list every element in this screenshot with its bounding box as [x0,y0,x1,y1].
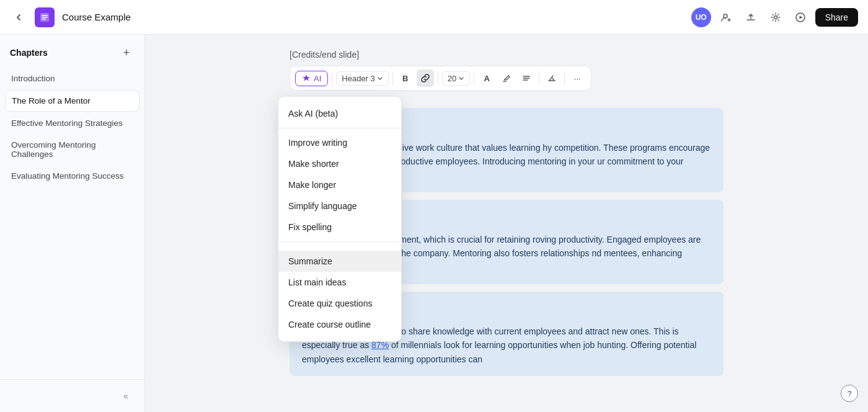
sidebar-item-evaluating-success[interactable]: Evaluating Mentoring Success [5,166,140,186]
slide-header: [Credits/end slide] AI Header 3 B [290,50,724,98]
highlight-button[interactable] [498,69,515,87]
help-button[interactable]: ? [841,385,858,402]
text-color-button[interactable]: A [478,69,495,87]
heading-dropdown[interactable]: Header 3 [336,71,388,86]
toolbar-divider-4 [474,71,474,85]
sidebar-item-label: The Role of a Mentor [12,96,91,105]
heading-dropdown-label: Header 3 [342,74,374,83]
dropdown-top-section: Ask AI (beta) Improve writing Make short… [278,101,401,248]
link-button[interactable] [417,69,434,87]
font-size-dropdown[interactable]: 20 [442,71,470,86]
upload-button[interactable] [741,7,761,27]
settings-button[interactable] [766,7,786,27]
app-header: Course Example UO [0,0,868,35]
avatar[interactable]: UO [691,7,711,27]
slide-title-label: [Credits/end slide] [290,50,724,60]
add-chapter-button[interactable]: + [118,45,135,61]
sidebar-title: Chapters [10,48,48,58]
improve-writing-item[interactable]: Improve writing [278,132,401,153]
sidebar-item-overcoming-challenges[interactable]: Overcoming Mentoring Challenges [5,135,140,164]
sidebar: Chapters + Introduction The Role of a Me… [0,35,145,412]
create-course-outline-item[interactable]: Create course outline [278,314,401,335]
bold-button[interactable]: B [397,69,414,87]
more-options-button[interactable]: ··· [569,69,586,87]
toolbar-divider-3 [438,71,438,85]
sidebar-item-label: Overcoming Mentoring Challenges [11,140,96,159]
dropdown-separator-1 [278,128,401,128]
sidebar-footer: « [0,379,144,412]
share-button[interactable]: Share [815,8,858,27]
make-shorter-item[interactable]: Make shorter [278,153,401,174]
collapse-sidebar-button[interactable]: « [117,387,135,405]
toolbar-divider-5 [539,71,539,85]
play-button[interactable] [790,7,810,27]
sidebar-item-role-of-mentor[interactable]: The Role of a Mentor [5,90,140,112]
sidebar-item-label: Effective Mentoring Strategies [11,119,123,128]
sidebar-item-label: Introduction [11,74,55,83]
simplify-language-item[interactable]: Simplify language [278,195,401,217]
summarize-item[interactable]: Summarize [278,251,401,272]
header-actions: UO Share [691,7,858,27]
back-button[interactable] [10,9,27,26]
app-logo [35,7,55,27]
add-user-button[interactable] [716,7,736,27]
sidebar-header: Chapters + [0,35,144,66]
font-size-label: 20 [448,74,456,83]
toolbar-divider-2 [392,71,393,85]
sidebar-item-label: Evaluating Mentoring Success [11,171,124,181]
dropdown-bottom-section: Summarize List main ideas Create quiz qu… [278,248,401,338]
sidebar-item-introduction[interactable]: Introduction [5,68,140,89]
ai-button[interactable]: AI [295,71,328,86]
ask-ai-item[interactable]: Ask AI (beta) [278,103,401,124]
toolbar-divider [332,71,332,85]
toolbar-divider-6 [564,71,565,85]
make-longer-item[interactable]: Make longer [278,174,401,195]
align-button[interactable] [518,69,535,87]
formatting-toolbar: AI Header 3 B [290,66,591,91]
list-main-ideas-item[interactable]: List main ideas [278,272,401,293]
create-quiz-questions-item[interactable]: Create quiz questions [278,293,401,314]
svg-point-1 [724,14,727,18]
ai-dropdown-menu: Ask AI (beta) Improve writing Make short… [278,96,402,342]
fix-spelling-item[interactable]: Fix spelling [278,217,401,238]
app-title: Course Example [62,12,684,22]
svg-point-2 [774,16,777,19]
sidebar-item-effective-mentoring[interactable]: Effective Mentoring Strategies [5,113,140,133]
clear-format-button[interactable] [543,69,560,87]
content-area: [Credits/end slide] AI Header 3 B [145,35,868,412]
dropdown-separator-2 [278,241,401,242]
chapters-list: Introduction The Role of a Mentor Effect… [0,66,144,379]
main-layout: Chapters + Introduction The Role of a Me… [0,35,868,412]
ai-button-label: AI [314,74,321,83]
